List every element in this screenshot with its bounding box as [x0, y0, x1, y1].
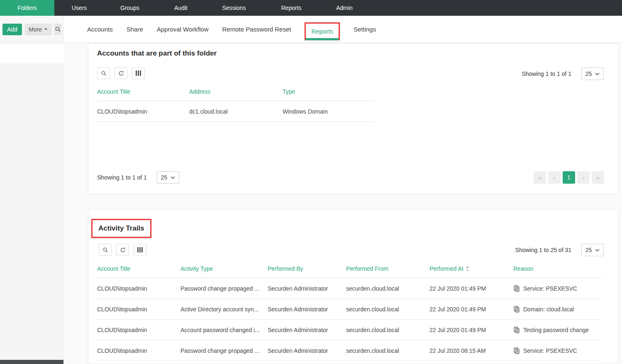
col-performed-at[interactable]: Performed At [429, 265, 513, 272]
document-note-icon [513, 347, 520, 354]
prev-page-button[interactable]: ‹ [548, 171, 561, 184]
sidebar-folder-list [0, 63, 63, 360]
add-button[interactable]: Add [2, 24, 22, 35]
accounts-table: Account Title Address Type CLOUD\itopsad… [97, 85, 374, 122]
nav-item-sessions[interactable]: Sessions [206, 0, 262, 16]
activity-title-annotation-box: Activity Trails [91, 219, 151, 238]
cell-reason: Service: PSEXESVC [513, 285, 602, 292]
activity-refresh-button[interactable] [116, 244, 129, 256]
caret-down-icon [44, 28, 48, 31]
cell-type: Windows Domain [283, 108, 374, 115]
col-account-title: Account Title [97, 265, 181, 272]
cell-performed-from: securden.cloud.local [346, 347, 429, 354]
page-1-button[interactable]: 1 [563, 171, 575, 184]
cell-performed-from: securden.cloud.local [346, 285, 429, 292]
cell-performed-by: Securden Administrator [268, 347, 346, 354]
accounts-showing-text: Showing 1 to 1 of 1 [522, 70, 571, 77]
search-icon [55, 26, 61, 32]
tab-approval-workflow[interactable]: Approval Workflow [157, 26, 209, 33]
tab-accounts[interactable]: Accounts [87, 26, 113, 33]
col-performed-at-label: Performed At [429, 265, 463, 272]
cell-account-title: CLOUD\itopsadmin [97, 108, 189, 115]
chevron-down-icon [595, 249, 600, 252]
accounts-search-button[interactable] [97, 67, 110, 79]
activity-columns-button[interactable] [134, 244, 146, 256]
cell-performed-from: securden.cloud.local [346, 306, 429, 313]
first-page-button[interactable]: « [534, 171, 546, 184]
last-page-button[interactable]: » [592, 171, 604, 184]
accounts-footer: Showing 1 to 1 of 1 25 « ‹ 1 › » [97, 171, 604, 184]
chevron-down-icon [595, 73, 600, 75]
cell-reason: Domain: cloud.local [513, 306, 602, 313]
activity-row[interactable]: CLOUD\itopsadmin Password change propage… [97, 340, 602, 361]
search-icon [102, 247, 108, 253]
cell-reason-text: Testing password change [523, 327, 589, 333]
cell-activity-type: Password change propaged ... [181, 347, 268, 354]
cell-performed-at: 22 Jul 2020 08:15 AM [429, 347, 513, 354]
sidebar-search-button[interactable] [54, 24, 61, 35]
columns-icon [136, 70, 141, 76]
accounts-footer-showing-text: Showing 1 to 1 of 1 [97, 174, 147, 181]
cell-account-title: CLOUD\itopsadmin [97, 327, 181, 333]
activity-row[interactable]: CLOUD\itopsadmin Account password change… [97, 320, 602, 340]
col-activity-type: Activity Type [181, 265, 268, 272]
tab-reports[interactable]: Reports [305, 22, 340, 40]
accounts-footer-page-size-select[interactable]: 25 [157, 171, 179, 184]
cell-account-title: CLOUD\itopsadmin [97, 347, 181, 354]
nav-item-reports[interactable]: Reports [262, 0, 321, 16]
page-size-value: 25 [585, 247, 592, 253]
cell-performed-by: Securden Administrator [268, 285, 346, 292]
col-type: Type [283, 88, 374, 95]
activity-row[interactable]: CLOUD\itopsadmin Active Directory accoun… [97, 299, 602, 320]
nav-item-groups[interactable]: Groups [104, 0, 156, 16]
cell-performed-by: Securden Administrator [268, 327, 346, 333]
nav-item-users[interactable]: Users [54, 0, 104, 16]
content-area: Accounts that are part of this folder [63, 43, 622, 364]
col-account-title: Account Title [97, 88, 189, 95]
sidebar-toolbar: Add More [0, 16, 63, 43]
cell-activity-type: Active Directory account syn... [181, 306, 268, 313]
accounts-columns-button[interactable] [132, 67, 145, 79]
document-note-icon [513, 285, 520, 292]
accounts-page-size-select[interactable]: 25 [581, 68, 604, 80]
page-size-value: 25 [161, 174, 168, 181]
activity-toolbar [99, 244, 146, 256]
folder-tabbar: Accounts Share Approval Workflow Remote … [63, 16, 622, 43]
cell-performed-at: 22 Jul 2020 01:49 PM [429, 285, 513, 292]
account-row[interactable]: CLOUD\itopsadmin dc1.cloud.local Windows… [97, 101, 374, 122]
activity-table: Account Title Activity Type Performed By… [97, 262, 602, 361]
chevron-down-icon [171, 176, 175, 179]
sort-icon [466, 266, 469, 272]
columns-icon [137, 247, 143, 252]
nav-item-admin[interactable]: Admin [321, 0, 368, 16]
next-page-button[interactable]: › [577, 171, 590, 184]
accounts-refresh-button[interactable] [115, 67, 127, 79]
cell-account-title: CLOUD\itopsadmin [97, 306, 181, 313]
accounts-showing-row: Showing 1 to 1 of 1 25 [522, 68, 604, 80]
tab-remote-password-reset[interactable]: Remote Password Reset [222, 26, 291, 33]
activity-trails-card: Activity Trails Showing 1 t [88, 209, 618, 364]
nav-item-audit[interactable]: Audit [156, 0, 206, 16]
activity-showing-row: Showing 1 to 25 of 31 25 [515, 244, 604, 256]
cell-activity-type: Password change propaged ... [181, 285, 268, 292]
activity-row[interactable]: CLOUD\itopsadmin Password change propage… [97, 278, 602, 299]
cell-performed-from: securden.cloud.local [346, 327, 429, 333]
tab-share[interactable]: Share [127, 26, 143, 33]
refresh-icon [118, 70, 124, 76]
more-button[interactable]: More [25, 24, 51, 35]
cell-reason-text: Domain: cloud.local [523, 306, 574, 313]
activity-table-header: Account Title Activity Type Performed By… [97, 262, 602, 278]
accounts-card: Accounts that are part of this folder [88, 43, 618, 194]
cell-activity-type: Account password changed i... [181, 327, 268, 333]
activity-search-button[interactable] [99, 244, 112, 256]
activity-page-size-select[interactable]: 25 [581, 244, 604, 256]
accounts-table-header: Account Title Address Type [97, 85, 374, 101]
tab-settings[interactable]: Settings [354, 26, 376, 33]
document-note-icon [513, 327, 520, 333]
more-button-label: More [29, 26, 42, 33]
cell-address: dc1.cloud.local [189, 108, 283, 115]
cell-performed-at: 22 Jul 2020 01:49 PM [429, 306, 513, 313]
activity-section-title: Activity Trails [98, 224, 144, 233]
activity-showing-text: Showing 1 to 25 of 31 [515, 247, 571, 253]
nav-item-folders[interactable]: Folders [0, 0, 54, 16]
